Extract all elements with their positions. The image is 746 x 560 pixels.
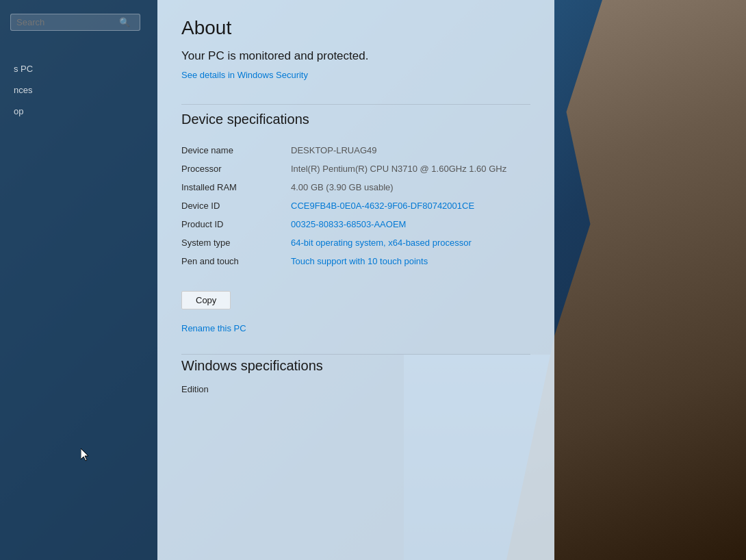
spec-label-processor: Processor [181,164,291,174]
spec-label-device-name: Device name [181,145,291,155]
spec-label-ram: Installed RAM [181,182,291,192]
spec-label-system-type: System type [181,238,291,248]
spec-row-pen-touch: Pen and touch Touch support with 10 touc… [181,252,530,270]
copy-button[interactable]: Copy [181,291,231,309]
sidebar-item-spc[interactable]: s PC [0,58,157,79]
search-input[interactable] [16,17,119,27]
spec-label-pen-touch: Pen and touch [181,256,291,266]
spec-value-system-type: 64-bit operating system, x64-based proce… [291,238,530,248]
security-link[interactable]: See details in Windows Security [181,70,308,80]
spec-row-device-id: Device ID CCE9FB4B-0E0A-4632-9F06-DF8074… [181,196,530,215]
spec-row-product-id: Product ID 00325-80833-68503-AAOEM [181,215,530,233]
sidebar: 🔍 s PC nces op [0,0,157,560]
page-title: About [181,17,530,39]
spec-label-product-id: Product ID [181,219,291,229]
divider-2 [181,354,530,355]
spec-value-product-id: 00325-80833-68503-AAOEM [291,219,530,229]
device-specs-title: Device specifications [181,112,530,127]
sidebar-item-nces[interactable]: nces [0,79,157,101]
search-bar[interactable]: 🔍 [10,14,140,31]
protection-status: Your PC is monitored and protected. [181,49,530,63]
edition-label: Edition [181,384,530,394]
main-panel: About Your PC is monitored and protected… [157,0,554,560]
spec-value-device-id: CCE9FB4B-0E0A-4632-9F06-DF80742001CE [291,201,530,211]
spec-row-ram: Installed RAM 4.00 GB (3.90 GB usable) [181,178,530,196]
search-icon: 🔍 [119,17,130,27]
spec-value-pen-touch: Touch support with 10 touch points [291,256,530,266]
windows-specs-title: Windows specifications [181,358,530,374]
spec-row-system-type: System type 64-bit operating system, x64… [181,233,530,252]
spec-value-processor: Intel(R) Pentium(R) CPU N3710 @ 1.60GHz … [291,164,530,174]
spec-table: Device name DESKTOP-LRUAG49 Processor In… [181,141,530,270]
divider-1 [181,104,530,105]
spec-label-device-id: Device ID [181,201,291,211]
spec-row-device-name: Device name DESKTOP-LRUAG49 [181,141,530,160]
rename-pc-link[interactable]: Rename this PC [181,323,530,333]
spec-row-processor: Processor Intel(R) Pentium(R) CPU N3710 … [181,160,530,178]
spec-value-device-name: DESKTOP-LRUAG49 [291,145,530,155]
spec-value-ram: 4.00 GB (3.90 GB usable) [291,182,530,192]
sidebar-nav: s PC nces op [0,58,157,560]
sidebar-item-op[interactable]: op [0,101,157,122]
